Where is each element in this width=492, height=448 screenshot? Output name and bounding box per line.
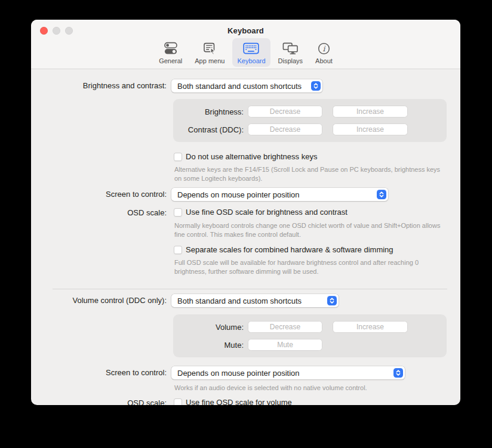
tab-keyboard[interactable]: Keyboard (232, 38, 270, 67)
tab-app-menu[interactable]: App menu (190, 38, 229, 67)
contrast-shortcut-row: Contrast (DDC): Decrease Increase (173, 123, 447, 135)
brightness-screen-value: Depends on mouse pointer position (177, 190, 300, 199)
menu-cursor-icon (202, 41, 217, 56)
svg-text:i: i (322, 44, 325, 53)
volume-increase-button[interactable]: Increase (333, 321, 408, 333)
volume-screen-popup[interactable]: Depends on mouse pointer position (171, 366, 405, 379)
volume-screen-row: Screen to control: Depends on mouse poin… (41, 366, 460, 379)
brightness-mode-value: Both standard and custom shortcuts (177, 82, 302, 91)
brightness-screen-row: Screen to control: Depends on mouse poin… (41, 188, 460, 201)
volume-shortcuts-box: Volume: Decrease Increase Mute: Mute (173, 314, 447, 357)
fine-osd-brightness-label: Use fine OSD scale for brightness and co… (186, 208, 348, 217)
tab-label: General (159, 57, 182, 64)
separate-scales-row: Separate scales for combined hardware & … (171, 245, 460, 255)
fine-osd-brightness-checkbox[interactable] (174, 208, 182, 217)
alt-keys-help: Alternative keys are the F14/F15 (Scroll… (174, 165, 442, 183)
separate-scales-checkbox[interactable] (174, 246, 182, 254)
volume-mode-label: Volume control (DDC only): (41, 294, 167, 307)
toolbar: General App menu (31, 38, 460, 67)
volume-row-label: Volume: (173, 323, 244, 332)
brightness-screen-label: Screen to control: (41, 188, 167, 201)
tab-label: App menu (195, 57, 225, 64)
volume-mode-popup[interactable]: Both standard and custom shortcuts (171, 294, 339, 307)
contrast-row-label: Contrast (DDC): (173, 125, 244, 134)
volume-shortcut-row: Volume: Decrease Increase (173, 321, 447, 333)
info-icon: i (317, 41, 331, 56)
brightness-row-label: Brightness: (173, 107, 244, 116)
brightness-mode-label: Brightness and contrast: (41, 79, 167, 92)
separate-scales-help: Full OSD scale will be available for har… (174, 258, 442, 276)
separate-scales-label: Separate scales for combined hardware & … (186, 245, 393, 255)
displays-icon (282, 41, 299, 56)
fine-osd-brightness-help: Normally keyboard controls change one OS… (174, 221, 442, 239)
brightness-osd-row: OSD scale: Use fine OSD scale for bright… (41, 208, 460, 218)
contrast-increase-button[interactable]: Increase (333, 123, 408, 135)
keyboard-pane: Brightness and contrast: Both standard a… (31, 69, 460, 405)
volume-mode-row: Volume control (DDC only): Both standard… (41, 294, 460, 307)
tab-label: Displays (278, 57, 303, 64)
fine-osd-volume-label: Use fine OSD scale for volume (186, 398, 292, 405)
volume-decrease-button[interactable]: Decrease (248, 321, 322, 333)
brightness-decrease-button[interactable]: Decrease (248, 106, 322, 118)
title-bar: Keyboard General (31, 20, 460, 69)
tab-label: Keyboard (237, 57, 265, 64)
tab-general[interactable]: General (154, 38, 187, 67)
window-title: Keyboard (31, 26, 460, 35)
volume-screen-help: Works if an audio device is selected wit… (174, 384, 442, 393)
contrast-decrease-button[interactable]: Decrease (248, 123, 322, 135)
brightness-mode-popup[interactable]: Both standard and custom shortcuts (171, 79, 322, 92)
volume-osd-label: OSD scale: (41, 398, 167, 405)
mute-button[interactable]: Mute (248, 339, 322, 351)
alt-keys-checkbox[interactable] (174, 153, 182, 161)
mute-shortcut-row: Mute: Mute (173, 339, 447, 351)
brightness-screen-popup[interactable]: Depends on mouse pointer position (171, 188, 388, 201)
tab-about[interactable]: i About (310, 38, 337, 67)
popup-stepper-icon (377, 190, 386, 199)
brightness-osd-label: OSD scale: (41, 208, 167, 218)
brightness-shortcut-row: Brightness: Decrease Increase (173, 106, 447, 118)
tab-displays[interactable]: Displays (273, 38, 308, 67)
keyboard-icon (243, 41, 259, 56)
toggles-icon (163, 41, 179, 56)
volume-mode-value: Both standard and custom shortcuts (177, 296, 302, 305)
volume-screen-label: Screen to control: (41, 366, 167, 379)
fine-osd-volume-checkbox[interactable] (174, 398, 182, 405)
alt-keys-row: Do not use alternative brightness keys (171, 152, 460, 162)
brightness-mode-row: Brightness and contrast: Both standard a… (41, 79, 460, 92)
brightness-shortcuts-box: Brightness: Decrease Increase Contrast (… (173, 99, 447, 142)
brightness-increase-button[interactable]: Increase (333, 106, 408, 118)
popup-stepper-icon (311, 81, 321, 91)
volume-osd-row: OSD scale: Use fine OSD scale for volume (41, 398, 460, 405)
mute-row-label: Mute: (173, 341, 244, 350)
popup-stepper-icon (327, 296, 337, 305)
tab-label: About (315, 57, 333, 64)
alt-keys-label: Do not use alternative brightness keys (186, 152, 317, 162)
volume-screen-value: Depends on mouse pointer position (177, 369, 300, 378)
popup-stepper-icon (393, 368, 403, 378)
preferences-window: Keyboard General (31, 20, 460, 405)
section-divider (53, 289, 447, 289)
